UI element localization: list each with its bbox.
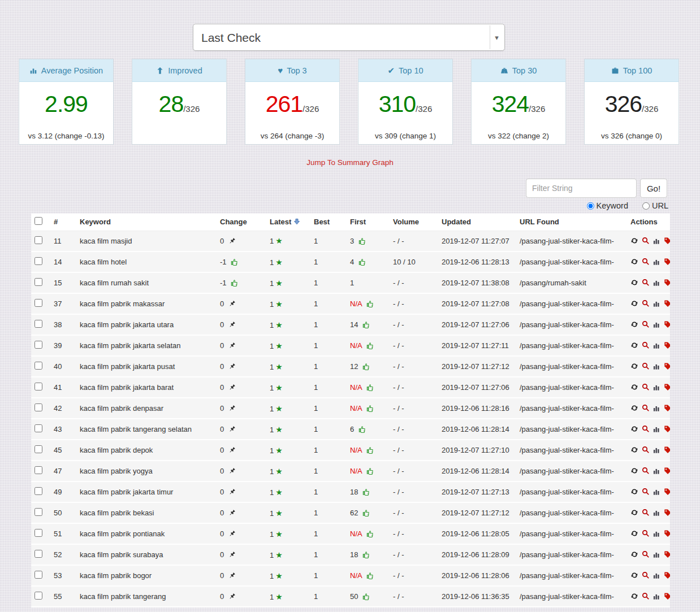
- search-icon[interactable]: [642, 237, 650, 245]
- refresh-icon[interactable]: [630, 592, 638, 600]
- chart-icon[interactable]: [653, 279, 660, 287]
- tag-icon[interactable]: [664, 550, 670, 558]
- refresh-icon[interactable]: [630, 404, 638, 412]
- url-radio[interactable]: [642, 202, 650, 210]
- refresh-icon[interactable]: [630, 341, 638, 349]
- search-icon[interactable]: [642, 425, 650, 433]
- tag-icon[interactable]: [664, 237, 670, 245]
- search-icon[interactable]: [642, 300, 650, 307]
- refresh-icon[interactable]: [630, 258, 638, 266]
- search-icon[interactable]: [642, 404, 650, 412]
- tag-icon[interactable]: [664, 571, 670, 579]
- jump-to-summary-graph-link[interactable]: Jump To Summary Graph: [306, 158, 394, 167]
- tag-icon[interactable]: [664, 592, 670, 600]
- row-checkbox[interactable]: [34, 341, 42, 349]
- refresh-icon[interactable]: [630, 425, 638, 433]
- tag-icon[interactable]: [664, 279, 670, 287]
- row-checkbox[interactable]: [34, 445, 42, 453]
- refresh-icon[interactable]: [630, 488, 638, 496]
- refresh-icon[interactable]: [630, 362, 638, 370]
- chart-icon[interactable]: [653, 320, 660, 328]
- row-checkbox[interactable]: [34, 257, 42, 265]
- search-icon[interactable]: [642, 383, 650, 391]
- header-url[interactable]: URL Found: [516, 214, 627, 231]
- refresh-icon[interactable]: [630, 467, 638, 475]
- header-num[interactable]: #: [50, 214, 76, 231]
- search-icon[interactable]: [642, 592, 650, 600]
- search-icon[interactable]: [642, 529, 650, 537]
- header-first[interactable]: First: [347, 214, 390, 231]
- tag-icon[interactable]: [664, 488, 670, 496]
- chart-icon[interactable]: [653, 404, 660, 412]
- keyword-radio[interactable]: [587, 202, 594, 210]
- search-icon[interactable]: [642, 446, 650, 454]
- tag-icon[interactable]: [664, 300, 670, 307]
- header-volume[interactable]: Volume: [390, 214, 438, 231]
- row-checkbox[interactable]: [34, 403, 42, 411]
- refresh-icon[interactable]: [630, 320, 638, 328]
- tag-icon[interactable]: [664, 258, 670, 266]
- refresh-icon[interactable]: [630, 529, 638, 537]
- chart-icon[interactable]: [653, 258, 660, 266]
- chart-icon[interactable]: [653, 237, 660, 245]
- row-checkbox[interactable]: [34, 571, 42, 579]
- refresh-icon[interactable]: [630, 509, 638, 516]
- chart-icon[interactable]: [653, 467, 660, 475]
- search-icon[interactable]: [642, 467, 650, 475]
- period-select[interactable]: Last Check: [193, 24, 505, 51]
- row-checkbox[interactable]: [34, 236, 42, 244]
- row-checkbox[interactable]: [34, 424, 42, 432]
- tag-icon[interactable]: [664, 425, 670, 433]
- chart-icon[interactable]: [653, 425, 660, 433]
- refresh-icon[interactable]: [630, 571, 638, 579]
- row-checkbox[interactable]: [34, 362, 42, 370]
- row-checkbox[interactable]: [34, 592, 42, 600]
- search-icon[interactable]: [642, 571, 650, 579]
- chart-icon[interactable]: [653, 592, 660, 600]
- chart-icon[interactable]: [653, 362, 660, 370]
- refresh-icon[interactable]: [630, 550, 638, 558]
- search-icon[interactable]: [642, 258, 650, 266]
- tag-icon[interactable]: [664, 509, 670, 516]
- search-icon[interactable]: [642, 488, 650, 496]
- search-icon[interactable]: [642, 341, 650, 349]
- refresh-icon[interactable]: [630, 300, 638, 307]
- refresh-icon[interactable]: [630, 237, 638, 245]
- keyword-radio-label[interactable]: Keyword: [584, 201, 630, 210]
- tag-icon[interactable]: [664, 362, 670, 370]
- row-checkbox[interactable]: [34, 278, 42, 286]
- refresh-icon[interactable]: [630, 279, 638, 287]
- tag-icon[interactable]: [664, 341, 670, 349]
- tag-icon[interactable]: [664, 383, 670, 391]
- header-keyword[interactable]: Keyword: [76, 214, 217, 231]
- row-checkbox[interactable]: [34, 529, 42, 537]
- tag-icon[interactable]: [664, 467, 670, 475]
- chart-icon[interactable]: [653, 383, 660, 391]
- tag-icon[interactable]: [664, 404, 670, 412]
- select-all-checkbox[interactable]: [34, 217, 42, 225]
- url-radio-label[interactable]: URL: [639, 201, 668, 210]
- header-change[interactable]: Change: [217, 214, 266, 231]
- tag-icon[interactable]: [664, 320, 670, 328]
- tag-icon[interactable]: [664, 529, 670, 537]
- chart-icon[interactable]: [653, 488, 660, 496]
- row-checkbox[interactable]: [34, 299, 42, 307]
- search-icon[interactable]: [642, 509, 650, 516]
- refresh-icon[interactable]: [630, 383, 638, 391]
- row-checkbox[interactable]: [34, 320, 42, 328]
- refresh-icon[interactable]: [630, 446, 638, 454]
- header-best[interactable]: Best: [310, 214, 347, 231]
- row-checkbox[interactable]: [34, 466, 42, 474]
- search-icon[interactable]: [642, 279, 650, 287]
- chart-icon[interactable]: [653, 529, 660, 537]
- tag-icon[interactable]: [664, 446, 670, 454]
- chart-icon[interactable]: [653, 509, 660, 516]
- row-checkbox[interactable]: [34, 508, 42, 516]
- header-latest[interactable]: Latest: [266, 214, 310, 231]
- row-checkbox[interactable]: [34, 487, 42, 495]
- chart-icon[interactable]: [653, 300, 660, 307]
- search-icon[interactable]: [642, 550, 650, 558]
- search-icon[interactable]: [642, 320, 650, 328]
- chart-icon[interactable]: [653, 571, 660, 579]
- row-checkbox[interactable]: [34, 383, 42, 390]
